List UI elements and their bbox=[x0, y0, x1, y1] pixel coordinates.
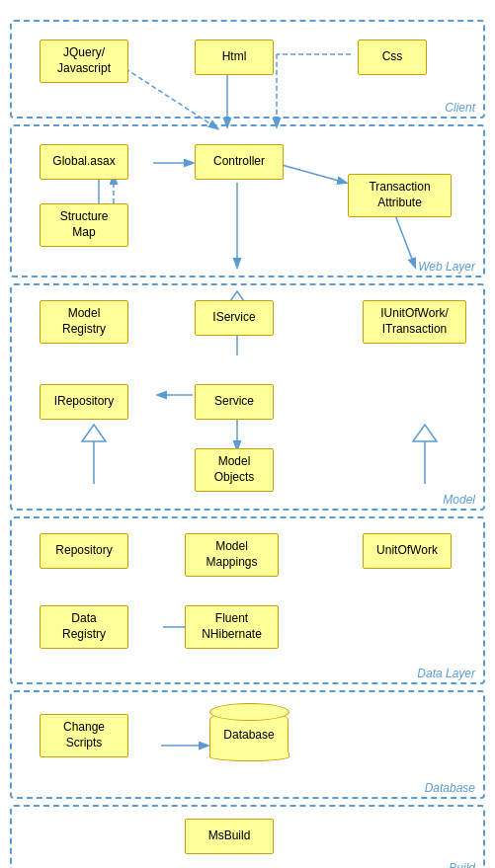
irepository-node: IRepository bbox=[40, 384, 128, 420]
model-objects-node: ModelObjects bbox=[195, 448, 274, 492]
global-asax-node: Global.asax bbox=[40, 144, 128, 180]
transaction-attr-node: TransactionAttribute bbox=[348, 174, 452, 217]
client-label: Client bbox=[445, 101, 475, 115]
data-layer: Data Layer Repository ModelMappings Unit… bbox=[10, 516, 485, 684]
model-label: Model bbox=[443, 493, 475, 507]
repository-node: Repository bbox=[40, 533, 128, 569]
web-layer: Web Layer Global.asax Controller Structu… bbox=[10, 124, 485, 277]
service-node: Service bbox=[195, 384, 274, 420]
iservice-node: IService bbox=[195, 300, 274, 336]
client-layer: Client JQuery/Javascript Html Css bbox=[10, 20, 485, 118]
diagram-container: Client JQuery/Javascript Html Css Web La… bbox=[0, 0, 495, 868]
jquery-node: JQuery/Javascript bbox=[40, 39, 128, 83]
unitofwork-node: UnitOfWork bbox=[363, 533, 452, 569]
model-layer: Model ModelRegistry IService IUnitOfWork… bbox=[10, 283, 485, 511]
database-label: Database bbox=[425, 781, 475, 795]
css-node: Css bbox=[358, 39, 427, 75]
structure-map-node: StructureMap bbox=[40, 203, 128, 247]
database-layer: Database ChangeScripts Database bbox=[10, 690, 485, 799]
model-mappings-node: ModelMappings bbox=[185, 533, 279, 577]
build-layer: Build MsBuild bbox=[10, 805, 485, 868]
change-scripts-node: ChangeScripts bbox=[40, 714, 128, 757]
data-registry-node: DataRegistry bbox=[40, 605, 128, 649]
data-label: Data Layer bbox=[417, 667, 475, 680]
web-label: Web Layer bbox=[418, 260, 475, 274]
fluent-nhibernate-node: FluentNHibernate bbox=[185, 605, 279, 649]
build-label: Build bbox=[449, 861, 475, 868]
database-label-text: Database bbox=[223, 728, 274, 744]
model-registry-node: ModelRegistry bbox=[40, 300, 128, 344]
iunit-node: IUnitOfWork/ITransaction bbox=[363, 300, 466, 344]
html-node: Html bbox=[195, 39, 274, 75]
msbuild-node: MsBuild bbox=[185, 819, 274, 854]
database-node: Database bbox=[209, 710, 289, 761]
controller-node: Controller bbox=[195, 144, 284, 180]
